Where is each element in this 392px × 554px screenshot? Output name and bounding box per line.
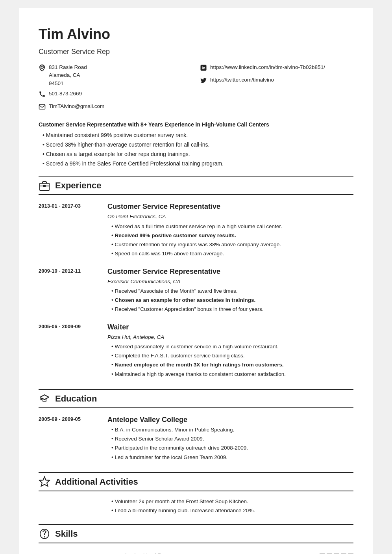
exp1-date: 2013-01 - 2017-03 <box>39 201 100 259</box>
exp2-title: Customer Service Representative <box>107 266 353 277</box>
summary-bullet-4: Scored a 98% in the Sales Force Certifie… <box>43 160 353 168</box>
education-section: Education 2005-09 - 2009-05 Antelope Val… <box>39 389 353 463</box>
address-text: 831 Rasle Road Alameda, CA 94501 <box>49 63 87 87</box>
exp3-date: 2005-06 - 2009-09 <box>39 322 100 379</box>
exp3-company: Pizza Hut, Antelope, CA <box>107 333 353 341</box>
email-item: TimTAlvino@gmail.com <box>39 102 192 113</box>
experience-section: Experience 2013-01 - 2017-03 Customer Se… <box>39 176 353 379</box>
skills-title: Skills <box>55 527 78 540</box>
exp3-b1: Worked passionately in customer service … <box>111 343 353 351</box>
summary-bullet-2: Scored 38% higher-than-average customer … <box>43 141 353 149</box>
act-b1: Volunteer 2x per month at the Frost Stre… <box>111 498 353 506</box>
svg-point-0 <box>41 66 43 69</box>
exp1-b2: Received 99% positive customer survey re… <box>111 232 353 240</box>
twitter-item: https://twitter.com/timalvino <box>200 76 353 86</box>
experience-entry-3: 2005-06 - 2009-09 Waiter Pizza Hut, Ante… <box>39 322 353 379</box>
edu1-b4: Led a fundraiser for the local Green Tea… <box>111 454 353 461</box>
twitter-icon <box>200 77 207 86</box>
candidate-title: Customer Service Rep <box>39 46 353 57</box>
phone-item: 501-873-2669 <box>39 90 192 100</box>
location-icon <box>39 64 46 74</box>
linkedin-text: https://www.linkedin.com/in/tim-alvino-7… <box>210 63 325 71</box>
activities-content: Volunteer 2x per month at the Frost Stre… <box>39 498 353 515</box>
experience-title: Experience <box>55 179 101 192</box>
education-entry-1: 2005-09 - 2009-05 Antelope Valley Colleg… <box>39 415 353 463</box>
linkedin-item: https://www.linkedin.com/in/tim-alvino-7… <box>200 63 353 74</box>
svg-rect-5 <box>43 185 46 187</box>
contact-grid: 831 Rasle Road Alameda, CA 94501 501-873… <box>39 63 353 113</box>
exp3-bullets: Worked passionately in customer service … <box>107 343 353 378</box>
contact-right: https://www.linkedin.com/in/tim-alvino-7… <box>200 63 353 113</box>
exp1-content: Customer Service Representative On Point… <box>107 201 353 259</box>
skills-icon <box>39 528 50 540</box>
svg-marker-6 <box>39 477 50 486</box>
linkedin-icon <box>200 64 207 74</box>
exp3-b3: Named employee of the month 3X for high … <box>111 361 353 369</box>
summary-bullets: Maintained consistent 99% positive custo… <box>39 131 353 168</box>
education-icon <box>39 392 50 404</box>
activities-bullets: Volunteer 2x per month at the Frost Stre… <box>107 498 353 515</box>
exp3-content: Waiter Pizza Hut, Antelope, CA Worked pa… <box>107 322 353 379</box>
edu1-b2: Received Senior Scholar Award 2009. <box>111 435 353 443</box>
exp2-content: Customer Service Representative Excelsio… <box>107 266 353 315</box>
skills-section: Skills Strong leadership skills. <box>39 524 353 554</box>
exp1-b3: Customer retention for my regulars was 3… <box>111 241 353 249</box>
exp2-b1: Received "Associate of the Month" award … <box>111 287 353 295</box>
summary-bullet-3: Chosen as a target example for other rep… <box>43 150 353 158</box>
exp2-b3: Received "Customer Appreciation" bonus i… <box>111 305 353 313</box>
exp2-bullets: Received "Associate of the Month" award … <box>107 287 353 314</box>
summary-headline: Customer Service Representative with 8+ … <box>39 121 353 129</box>
skill-label-1: Strong leadership skills. <box>39 552 166 554</box>
resume-container: Tim Alvino Customer Service Rep 831 Rasl… <box>19 8 373 554</box>
edu1-content: Antelope Valley College B.A. in Communic… <box>107 415 353 463</box>
experience-entry-1: 2013-01 - 2017-03 Customer Service Repre… <box>39 201 353 259</box>
edu1-b3: Participated in the community outreach d… <box>111 444 353 452</box>
education-header: Education <box>39 389 353 408</box>
exp1-b4: Speed on calls was 10% above team averag… <box>111 250 353 258</box>
education-title: Education <box>55 392 97 405</box>
candidate-name: Tim Alvino <box>39 24 353 45</box>
skills-header: Skills <box>39 524 353 543</box>
activities-section: Additional Activities Volunteer 2x per m… <box>39 472 353 515</box>
header: Tim Alvino Customer Service Rep <box>39 24 353 57</box>
experience-entry-2: 2009-10 - 2012-11 Customer Service Repre… <box>39 266 353 315</box>
activities-header: Additional Activities <box>39 472 353 491</box>
exp1-title: Customer Service Representative <box>107 201 353 212</box>
twitter-text: https://twitter.com/timalvino <box>210 76 274 84</box>
exp2-company: Excelsior Communications, CA <box>107 278 353 286</box>
exp2-date: 2009-10 - 2012-11 <box>39 266 100 315</box>
edu1-school: Antelope Valley College <box>107 415 353 425</box>
contact-left: 831 Rasle Road Alameda, CA 94501 501-873… <box>39 63 192 113</box>
exp3-b4: Maintained a high tip average thanks to … <box>111 370 353 378</box>
exp1-company: On Point Electronics, CA <box>107 213 353 221</box>
exp3-b2: Completed the F.A.S.T. customer service … <box>111 352 353 360</box>
exp1-b1: Worked as a full time customer service r… <box>111 223 353 231</box>
experience-header: Experience <box>39 176 353 195</box>
exp2-b2: Chosen as an example for other associate… <box>111 296 353 304</box>
activities-title: Additional Activities <box>55 475 138 488</box>
experience-icon <box>39 180 50 191</box>
act-b2: Lead a bi-monthly running club. Increase… <box>111 507 353 515</box>
exp3-title: Waiter <box>107 322 353 333</box>
activities-icon <box>39 476 50 487</box>
phone-icon <box>39 91 46 100</box>
exp1-bullets: Worked as a full time customer service r… <box>107 223 353 258</box>
skills-row-1: Strong leadership skills. <box>39 550 353 554</box>
edu1-date: 2005-09 - 2009-05 <box>39 415 100 463</box>
address-item: 831 Rasle Road Alameda, CA 94501 <box>39 63 192 87</box>
email-text: TimTAlvino@gmail.com <box>49 102 104 110</box>
summary-bullet-1: Maintained consistent 99% positive custo… <box>43 131 353 139</box>
svg-rect-1 <box>39 104 45 109</box>
edu1-b1: B.A. in Communications, Minor in Public … <box>111 426 353 434</box>
email-icon <box>39 103 46 113</box>
edu1-bullets: B.A. in Communications, Minor in Public … <box>107 426 353 461</box>
summary-section: Customer Service Representative with 8+ … <box>39 121 353 168</box>
phone-text: 501-873-2669 <box>49 90 82 98</box>
